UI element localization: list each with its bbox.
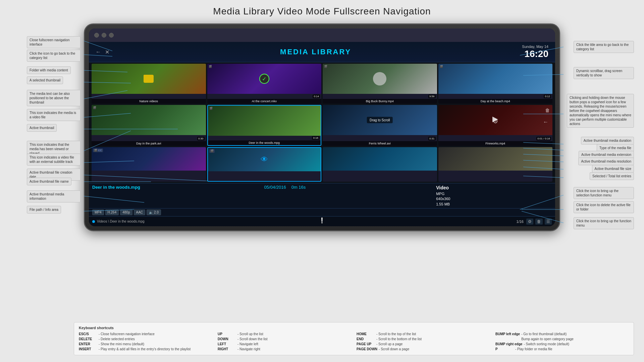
kb-row-pageup: PAGE UP - Scroll up a page [357, 342, 490, 347]
page-indicator: 1/16 [517, 220, 524, 224]
info-filename: Deer in the woods.mpg [92, 185, 258, 190]
trash-action-icon[interactable]: 🗑 [535, 219, 543, 225]
thumb-duration-bunny: 9:56 [428, 95, 436, 98]
thumb-duration-fireworks: 0:01 / 0:16 [536, 137, 551, 140]
kb-row-delete: DELETE - Delete selected entries [79, 337, 212, 342]
ann-fpath: File path / Info area [27, 206, 61, 214]
thumb-ferris[interactable]: Drag to Scroll 0:31 Ferris Wheel.avi [323, 105, 437, 146]
eye-icon: 👁 [261, 155, 268, 164]
thumb-label-concert: At the concert.mkv [207, 99, 322, 104]
kb-col-2: UP - Scroll up the list DOWN - Scroll do… [218, 331, 351, 352]
kb-col-1: ESC/S - Close fullscreen navigation inte… [79, 331, 212, 352]
thumb-bunny[interactable]: 🎬 9:56 Big Buck Bunny.mp4 [323, 64, 437, 104]
thumb-fireworks[interactable]: 🗑 ▶ ⚙ ← 0:01 / 0:16 Fireworks.mp4 [438, 105, 553, 146]
video-label: Video [436, 185, 552, 191]
thumb-underwater[interactable]: 🎬 👁 [207, 147, 322, 182]
back-icon[interactable]: ← [543, 119, 548, 125]
windows-logo: ❕ [319, 217, 325, 224]
ann-scrollbar: Dynamic scrollbar, drag screen verticall… [574, 67, 634, 79]
tag-channel: 🔈2.0 [147, 209, 161, 215]
device-outer: ← ✕ MEDIA LIBRARY Sunday, May 14 16:20 [84, 23, 560, 231]
thumb-label-beach: Day at the beach.mp4 [438, 99, 553, 104]
kb-grid: ESC/S - Close fullscreen navigation inte… [79, 331, 629, 352]
ann-folder: Folder with media content [27, 66, 71, 74]
info-duration: 0m 16s [291, 185, 306, 190]
ml-header: ← ✕ MEDIA LIBRARY Sunday, May 14 16:20 [89, 42, 555, 62]
thumb-label-ferris: Ferris Wheel.avi [323, 141, 437, 146]
ann-function-r: Click the icon to bring up the function … [574, 217, 634, 229]
ann-minfo: Active thumbnail media information [27, 190, 80, 202]
page-title: Media Library Video Mode Fullscreen Navi… [0, 0, 644, 20]
kb-row-bump-right: BUMP right edge - Switch sorting mode (d… [495, 342, 629, 347]
thumb-grid: Nature videos 🎬 ✓ 0:14 At the concert.mk… [92, 64, 552, 182]
kb-row-up: UP - Scroll up the list [218, 331, 351, 337]
kb-row-left: LEFT - Navigate left [218, 342, 351, 347]
info-size: 1.55 MB [436, 202, 552, 207]
ann-subtitle: This icon indicates a video file with an… [27, 154, 80, 166]
ann-active-thumb: Active thumbnail [27, 124, 57, 132]
device-screen: ← ✕ MEDIA LIBRARY Sunday, May 14 16:20 [89, 28, 555, 226]
tag-audio: AAC [134, 209, 146, 215]
tag-res: 480p [120, 209, 132, 215]
kb-row-pagedown: PAGE DOWN - Scroll down a page [357, 347, 490, 352]
kb-row-down: DOWN - Scroll down the list [218, 337, 351, 342]
ml-title[interactable]: MEDIA LIBRARY [109, 48, 522, 56]
kb-title: Keyboard shortcuts [79, 326, 629, 330]
thumb-deer[interactable]: 🎬 0:16 Deer in the woods.mpg [207, 105, 322, 146]
ann-video-icon: This icon indicates the media is a video… [27, 109, 80, 121]
kb-row-end: END - Scroll to the bottom of the list [357, 337, 490, 342]
kb-row-insert: INSERT - Play entry & add all files in t… [79, 347, 212, 352]
keyboard-shortcuts-box: Keyboard shortcuts ESC/S - Close fullscr… [74, 322, 634, 355]
ml-time: 16:20 [522, 49, 548, 59]
tag-mp4: MP4 [92, 209, 104, 215]
info-video-details: Video MPG 640x360 1.55 MB [436, 185, 552, 207]
thumb-fish[interactable] [323, 147, 437, 182]
thumb-park[interactable]: 🎬 0:30 Day in the park.avi [92, 105, 206, 146]
ann-total-r: Selected / Total list entries [590, 172, 634, 180]
ann-selection-r: Click the icon to bring up the selection… [574, 187, 634, 199]
menu-action-icon[interactable]: ☰ [545, 219, 552, 225]
thumb-beach[interactable]: 🎬 0:12 Day at the beach.mp4 [438, 64, 553, 104]
thumb-jellyfish[interactable]: 🎬 CC [92, 147, 206, 182]
info-left: Deer in the woods.mpg [92, 185, 258, 190]
thumb-rocks[interactable] [438, 147, 553, 182]
path-left: Videos \ Deer in the woods.mpg [92, 220, 145, 223]
gear-action-icon[interactable]: ⚙ [526, 219, 533, 225]
device-topbar [89, 28, 555, 42]
thumb-duration-park: 0:30 [197, 137, 205, 140]
nav-back-icon[interactable]: ← [96, 49, 101, 55]
thumb-duration-deer: 0:16 [312, 136, 319, 140]
ml-datetime: Sunday, May 14 16:20 [522, 45, 548, 59]
ann-selected: A selected thumbnail [27, 76, 63, 84]
ml-info-bar: Deer in the woods.mpg 05/04/2016 0m 16s … [89, 183, 555, 208]
thumb-duration-beach: 0:12 [544, 95, 551, 98]
kb-col-3: HOME - Scroll to the top of the list END… [357, 331, 490, 352]
tags-bar: MP4 H.264 480p AAC 🔈2.0 [89, 208, 555, 216]
thumb-duration-ferris: 0:31 [428, 137, 436, 140]
thumb-label-nature: Nature videos [92, 99, 206, 104]
kb-row-enter: ENTER - Show the mini menu (default) [79, 342, 212, 347]
ann-close: Close fullscreen navigation interface [27, 36, 80, 48]
thumb-label-park: Day in the park.avi [92, 141, 206, 146]
ml-date: Sunday, May 14 [522, 45, 548, 49]
info-tags: MP4 H.264 480p AAC 🔈2.0 [92, 209, 161, 215]
kb-row-home: HOME - Scroll to the top of the list [357, 331, 490, 337]
nav-close-icon[interactable]: ✕ [105, 49, 109, 55]
tag-codec: H.264 [105, 209, 119, 215]
page-container: Media Library Video Mode Fullscreen Navi… [0, 0, 644, 362]
ann-cogwheel: Clicking and holding down the mouse butt… [567, 94, 634, 128]
thumb-nature-folder[interactable]: Nature videos [92, 64, 206, 104]
ann-back: Click the icon to go back to the categor… [27, 50, 80, 62]
thumb-concert[interactable]: 🎬 ✓ 0:14 At the concert.mkv [207, 64, 322, 104]
path-text: Videos \ Deer in the woods.mpg [97, 220, 145, 223]
trash-icon[interactable]: 🗑 [545, 108, 550, 113]
info-video: Video MPG 640x360 1.55 MB [436, 185, 552, 207]
kb-row-bump-left: BUMP left edge - Go to first thumbnail (… [495, 331, 629, 342]
path-right: 1/16 ⚙ 🗑 ☰ [517, 219, 552, 225]
device-btn-2 [102, 33, 106, 38]
thumb-label-fireworks: Fireworks.mp4 [438, 141, 553, 146]
ann-size-r: Active thumbnail file size [592, 165, 634, 173]
gear-icon[interactable]: ⚙ [493, 118, 498, 125]
device-wrapper: ← ✕ MEDIA LIBRARY Sunday, May 14 16:20 [84, 23, 560, 231]
device-btn-1 [94, 33, 99, 38]
